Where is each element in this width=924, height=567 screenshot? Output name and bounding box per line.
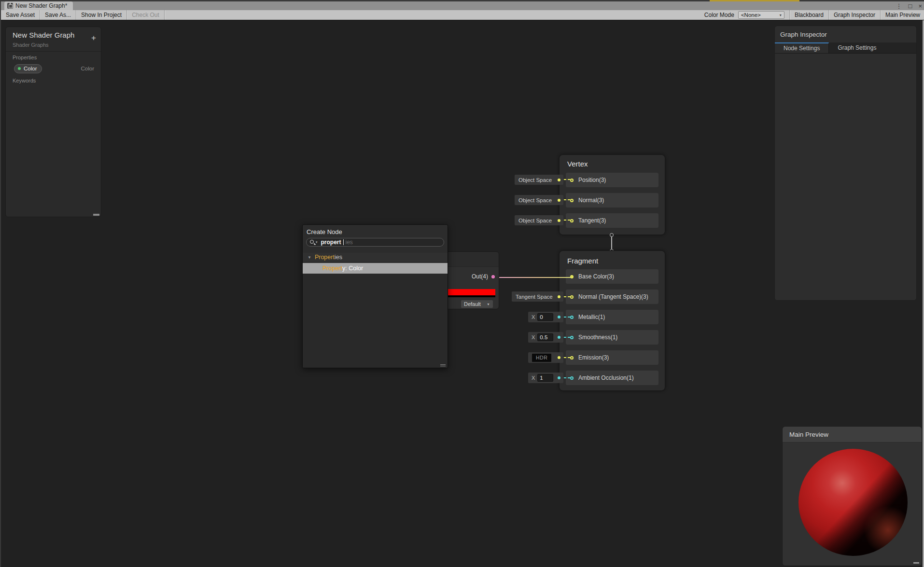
object-space-tag[interactable]: Object Space: [515, 175, 563, 185]
port-position-icon[interactable]: [570, 179, 574, 182]
connector-dot-icon: [558, 295, 560, 298]
port-out-vector4-icon[interactable]: [491, 275, 495, 278]
port-normal-ts-icon[interactable]: [570, 295, 574, 299]
color-property-pill[interactable]: Color: [14, 64, 42, 73]
fragment-port-row-normal[interactable]: Normal (Tangent Space)(3): [566, 290, 658, 304]
connector-circle-icon[interactable]: [610, 233, 614, 237]
edge-color-to-base-color[interactable]: [496, 277, 571, 278]
blackboard-panel: New Shader Graph + Shader Graphs Propert…: [5, 27, 101, 217]
chevron-down-icon: ▼: [487, 303, 490, 306]
maximize-icon[interactable]: □: [909, 3, 912, 9]
port-label: Tangent(3): [578, 217, 606, 224]
connector-dot-icon: [558, 219, 560, 222]
vertex-port-row-tangent[interactable]: Tangent(3): [566, 213, 658, 228]
text-caret: [343, 239, 344, 245]
window-controls: ⋮ □ ×: [896, 1, 922, 10]
port-stub: [564, 337, 570, 338]
chevron-down-icon: ▾: [780, 13, 782, 17]
properties-section-label: Properties: [13, 55, 37, 60]
fragment-port-row-ambient-occlusion[interactable]: Ambient Occlusion(1): [566, 371, 658, 385]
toolbar: Save Asset Save As... Show In Project Ch…: [1, 10, 924, 20]
fragment-port-row-emission[interactable]: Emission(3): [566, 350, 658, 365]
save-asset-button[interactable]: Save Asset: [1, 10, 40, 20]
color-node-output-row: Out(4): [472, 273, 495, 280]
port-label: Base Color(3): [578, 273, 614, 280]
check-out-button: Check Out: [127, 10, 165, 20]
blackboard-resize-handle[interactable]: [93, 214, 99, 216]
port-label: Emission(3): [578, 354, 609, 361]
port-ambient-occlusion-icon[interactable]: [570, 376, 574, 380]
show-in-project-button[interactable]: Show In Project: [76, 10, 127, 20]
graph-inspector-panel: Graph Inspector Node Settings Graph Sett…: [774, 26, 917, 301]
tab-node-settings[interactable]: Node Settings: [775, 42, 829, 53]
vertex-port-row-position[interactable]: Position(3): [566, 173, 658, 187]
result-group-properties[interactable]: ▼ Properties: [303, 253, 448, 262]
collapse-triangle-icon[interactable]: ▼: [308, 255, 311, 260]
port-stub: [564, 317, 570, 318]
x-component-label: X: [532, 314, 535, 320]
results-empty-area: [303, 274, 448, 368]
item-match-text: Propert: [322, 265, 342, 272]
fragment-port-row-base-color[interactable]: Base Color(3): [566, 269, 658, 284]
tab-graph-settings[interactable]: Graph Settings: [829, 42, 885, 53]
preview-sphere[interactable]: [798, 449, 908, 556]
keywords-section-label: Keywords: [13, 78, 36, 83]
close-icon[interactable]: ×: [918, 3, 922, 9]
hdr-color-swatch[interactable]: HDR: [532, 354, 551, 362]
property-type-label: Color: [81, 66, 94, 71]
metallic-value-widget: X 0: [528, 312, 563, 322]
tangent-space-tag[interactable]: Tangent Space: [512, 291, 563, 302]
window-menu-icon[interactable]: ⋮: [896, 3, 902, 9]
port-metallic-icon[interactable]: [570, 316, 574, 319]
vertex-port-row-normal[interactable]: Normal(3): [566, 193, 658, 207]
item-rest-text: y: Color: [342, 265, 363, 272]
connector-dot-icon: [558, 316, 560, 318]
port-emission-icon[interactable]: [570, 356, 574, 360]
smoothness-value-field[interactable]: 0.5: [537, 333, 553, 341]
document-tab[interactable]: New Shader Graph*: [4, 1, 73, 10]
blackboard-toggle-button[interactable]: Blackboard: [789, 10, 828, 20]
connector-dot-icon: [558, 179, 560, 181]
port-normal-icon[interactable]: [570, 199, 574, 202]
chevron-down-icon[interactable]: ▾: [316, 240, 318, 244]
dialog-resize-handle[interactable]: [440, 363, 446, 366]
connector-dot-icon: [558, 336, 560, 339]
preview-resize-handle[interactable]: [913, 562, 919, 564]
ambient-occlusion-value-field[interactable]: 1: [537, 374, 553, 382]
port-stub: [564, 296, 570, 297]
graph-inspector-toggle-button[interactable]: Graph Inspector: [828, 10, 880, 20]
object-space-tag[interactable]: Object Space: [515, 195, 563, 205]
port-label: Metallic(1): [578, 314, 605, 320]
metallic-value-field[interactable]: 0: [537, 313, 553, 321]
search-typed-text: propert: [321, 239, 341, 246]
port-stub: [564, 377, 570, 378]
document-tab-title: New Shader Graph*: [15, 2, 67, 9]
add-property-button[interactable]: +: [91, 34, 96, 42]
create-node-dialog: Create Node ▾ propert ies ▼ Properties P…: [302, 224, 448, 368]
fragment-port-row-metallic[interactable]: Metallic(1): [566, 310, 658, 324]
fragment-node-title: Fragment: [560, 251, 665, 265]
main-preview-panel: Main Preview: [782, 426, 922, 566]
node-search-input[interactable]: ▾ propert ies: [306, 238, 444, 247]
save-as-button[interactable]: Save As...: [40, 10, 76, 20]
smoothness-value-widget: X 0.5: [528, 332, 563, 343]
port-label: Ambient Occlusion(1): [578, 374, 634, 381]
port-smoothness-icon[interactable]: [570, 336, 574, 339]
main-preview-toggle-button[interactable]: Main Preview: [880, 10, 924, 20]
ambient-occlusion-value-widget: X 1: [528, 373, 563, 383]
color-mode-dropdown[interactable]: <None> ▾: [738, 11, 784, 19]
result-item-property-color[interactable]: Property: Color: [303, 263, 448, 274]
space-tag-label: Object Space: [518, 197, 552, 203]
color-mode-default-dropdown[interactable]: Default ▼: [461, 300, 493, 308]
fragment-port-row-smoothness[interactable]: Smoothness(1): [566, 330, 658, 345]
port-stub: [564, 220, 570, 221]
object-space-tag[interactable]: Object Space: [515, 215, 563, 225]
divider: [6, 51, 101, 52]
port-tangent-icon[interactable]: [570, 219, 574, 222]
x-component-label: X: [532, 375, 535, 381]
port-label: Smoothness(1): [578, 334, 617, 341]
property-row-color: Color Color: [6, 62, 101, 75]
toolbar-right-group: Color Mode <None> ▾ Blackboard Graph Ins…: [700, 10, 924, 20]
color-swatch[interactable]: [445, 289, 495, 295]
shader-graph-window: New Shader Graph* ⋮ □ × Save Asset Save …: [0, 0, 924, 567]
